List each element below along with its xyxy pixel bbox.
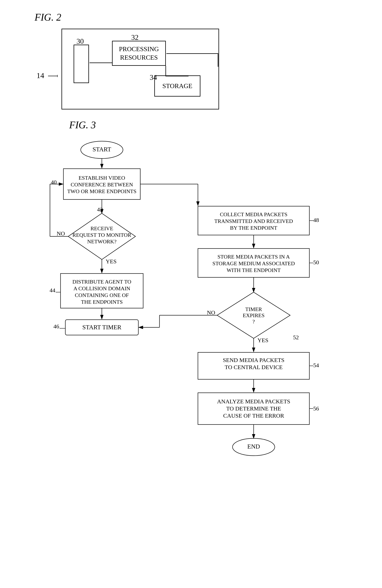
- svg-text:TO DETERMINE THE: TO DETERMINE THE: [226, 405, 281, 412]
- svg-text:BY THE ENDPOINT: BY THE ENDPOINT: [230, 225, 277, 231]
- svg-text:42: 42: [97, 206, 103, 212]
- fig2-proc-label: PROCESSINGRESOURCES: [119, 45, 159, 62]
- fig2-box30: [74, 45, 89, 83]
- fig2-connector4: [166, 53, 218, 54]
- svg-text:YES: YES: [106, 258, 117, 264]
- svg-text:48: 48: [313, 217, 319, 223]
- fig3-section: FIG. 3 START ESTABLISH VIDEO CONFERENCE …: [19, 119, 346, 588]
- svg-text:54: 54: [313, 362, 319, 368]
- svg-text:46: 46: [53, 323, 59, 330]
- flowchart-svg: START ESTABLISH VIDEO CONFERENCE BETWEEN…: [19, 138, 346, 588]
- svg-text:STORAGE MEDIUM ASSOCIATED: STORAGE MEDIUM ASSOCIATED: [212, 260, 295, 266]
- svg-text:START TIMER: START TIMER: [82, 324, 121, 331]
- fig2-connector2: [165, 66, 166, 76]
- svg-text:50: 50: [313, 259, 319, 265]
- svg-text:56: 56: [313, 405, 319, 412]
- svg-text:TWO OR MORE ENDPOINTS: TWO OR MORE ENDPOINTS: [67, 188, 136, 194]
- fig2-title: FIG. 2: [35, 12, 208, 23]
- fig2-ref30-label: 30: [76, 37, 84, 45]
- svg-text:END: END: [247, 443, 260, 450]
- svg-text:44: 44: [50, 287, 55, 293]
- start-label: START: [93, 146, 111, 153]
- svg-text:52: 52: [293, 334, 299, 340]
- fig3-title: FIG. 3: [69, 119, 346, 131]
- svg-text:STORE MEDIA PACKETS IN A: STORE MEDIA PACKETS IN A: [217, 254, 290, 260]
- svg-text:TIMER: TIMER: [245, 306, 262, 312]
- svg-text:NO: NO: [207, 309, 215, 316]
- svg-text:RECEIVE: RECEIVE: [91, 225, 113, 231]
- svg-text:WITH THE ENDPOINT: WITH THE ENDPOINT: [227, 267, 281, 273]
- fig2-connector1: [90, 63, 112, 63]
- svg-text:DISTRIBUTE AGENT TO: DISTRIBUTE AGENT TO: [73, 279, 131, 285]
- svg-text:CONFERENCE BETWEEN: CONFERENCE BETWEEN: [71, 182, 133, 188]
- svg-text:YES: YES: [257, 337, 268, 343]
- svg-text:A COLLISION DOMAIN: A COLLISION DOMAIN: [73, 285, 130, 291]
- svg-text:REQUEST TO MONITOR: REQUEST TO MONITOR: [73, 232, 131, 238]
- svg-text:ESTABLISH VIDEO: ESTABLISH VIDEO: [78, 175, 125, 181]
- fig2-proc-box: PROCESSINGRESOURCES: [112, 41, 166, 66]
- svg-text:CAUSE OF THE ERROR: CAUSE OF THE ERROR: [223, 412, 284, 419]
- fig2-ref14-label: 14: [37, 71, 44, 80]
- svg-text:EXPIRES: EXPIRES: [243, 312, 265, 318]
- fig2-ref32-label: 32: [131, 33, 138, 42]
- svg-text:ANALYZE MEDIA PACKETS: ANALYZE MEDIA PACKETS: [217, 398, 290, 404]
- svg-marker-1: [57, 75, 58, 77]
- fig2-storage-box: STORAGE: [154, 75, 200, 97]
- svg-text:NETWORK?: NETWORK?: [87, 238, 116, 245]
- svg-text:THE ENDPOINTS: THE ENDPOINTS: [81, 299, 123, 305]
- svg-text:CONTAINING ONE OF: CONTAINING ONE OF: [75, 292, 129, 298]
- fig2-diagram: 30 PROCESSINGRESOURCES 32 STORAGE 34: [61, 29, 219, 109]
- fig2-arrow14: [48, 74, 58, 78]
- fig2-storage-label: STORAGE: [162, 82, 192, 90]
- svg-text:SEND MEDIA PACKETS: SEND MEDIA PACKETS: [223, 357, 285, 363]
- fig2-section: FIG. 2 14 30 PROCESSINGRESOURCES 32 STOR…: [35, 12, 208, 109]
- svg-text:NO: NO: [57, 230, 65, 237]
- svg-text:TO CENTRAL DEVICE: TO CENTRAL DEVICE: [225, 364, 283, 370]
- svg-text:?: ?: [252, 318, 255, 324]
- fig2-ref34-label: 34: [150, 73, 157, 82]
- svg-text:TRANSMITTED AND RECEIVED: TRANSMITTED AND RECEIVED: [214, 218, 293, 224]
- svg-text:COLLECT MEDIA PACKETS: COLLECT MEDIA PACKETS: [220, 211, 287, 217]
- fig2-connector5: [218, 53, 218, 67]
